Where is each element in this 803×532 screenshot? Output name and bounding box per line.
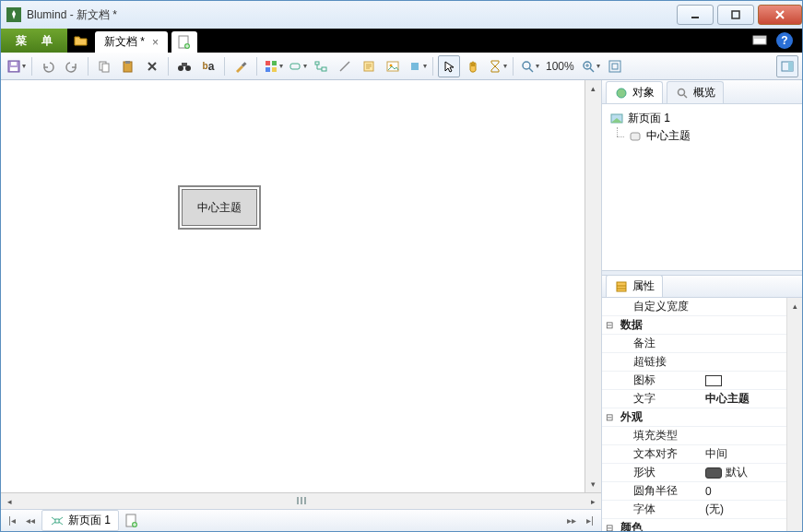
new-doc-icon (177, 35, 192, 50)
zoom-in-button[interactable]: ▾ (580, 55, 602, 77)
prop-fill-type[interactable]: 填充类型 (602, 427, 802, 445)
svg-rect-5 (753, 36, 766, 39)
tree-child[interactable]: 中心主题 (609, 127, 795, 145)
canvas[interactable]: 中心主题 (1, 80, 585, 492)
color-palette-button[interactable]: ▾ (262, 55, 284, 77)
close-button[interactable] (758, 5, 802, 25)
toolbar: ▾ ba ▾ ▾ ▾ ▾ ▾ 100% ▾ (1, 53, 802, 80)
close-tab-icon[interactable]: × (152, 36, 159, 49)
svg-rect-15 (182, 63, 187, 66)
app-icon (6, 7, 21, 22)
marker-icon (407, 59, 422, 74)
scroll-down-icon[interactable]: ▾ (585, 476, 601, 492)
tree-root[interactable]: 新页面 1 (609, 110, 795, 127)
hand-tool-button[interactable] (462, 55, 484, 77)
window: Blumind - 新文档 * 菜 单 新文档 * × ? ▾ (0, 0, 803, 532)
zoom-out-button[interactable]: ▾ (518, 55, 540, 77)
delete-icon (145, 59, 159, 74)
propgrid-scrollbar[interactable]: ▴ (786, 298, 802, 531)
folder-icon (74, 33, 89, 48)
zoom-level-label: 100% (542, 60, 578, 73)
canvas-vertical-scrollbar[interactable]: ▴ ▾ (585, 80, 601, 492)
prop-icon[interactable]: 图标 (602, 372, 802, 390)
paste-button[interactable] (117, 55, 139, 77)
prop-note[interactable]: 备注 (602, 335, 802, 353)
prop-corner-radius[interactable]: 圆角半径0 (602, 482, 802, 501)
last-page-button[interactable]: ▸| (583, 514, 597, 528)
main-area: 中心主题 ▴ ▾ ◂ ▸ |◂ ◂◂ 新页面 1 (1, 80, 802, 531)
add-topic-button[interactable]: ▾ (286, 55, 308, 77)
prop-text[interactable]: 文字中心主题 (602, 390, 802, 408)
prop-hyperlink[interactable]: 超链接 (602, 353, 802, 372)
panel-icon (780, 59, 795, 74)
prev-page-button[interactable]: ◂◂ (23, 514, 38, 528)
format-brush-button[interactable] (230, 55, 252, 77)
scroll-right-icon[interactable]: ▸ (585, 493, 601, 509)
property-tabs: 属性 (602, 276, 802, 298)
timer-button[interactable]: ▾ (486, 55, 508, 77)
central-topic-node[interactable]: 中心主题 (182, 189, 257, 226)
add-marker-button[interactable]: ▾ (406, 55, 428, 77)
svg-line-41 (59, 517, 63, 520)
prop-cat-data[interactable]: ⊟数据 (602, 316, 802, 335)
find-button[interactable] (173, 55, 195, 77)
canvas-horizontal-scrollbar[interactable]: ◂ ▸ (1, 492, 601, 509)
first-page-button[interactable]: |◂ (5, 514, 19, 528)
minimize-button[interactable] (677, 5, 714, 25)
redo-button[interactable] (61, 55, 83, 77)
side-panel: 对象 概览 新页面 1 中心主题 (601, 80, 802, 531)
scroll-up-icon[interactable]: ▴ (585, 80, 601, 97)
add-image-button[interactable] (382, 55, 404, 77)
svg-rect-8 (11, 62, 17, 65)
add-subtopic-button[interactable] (310, 55, 332, 77)
open-folder-button[interactable] (67, 29, 95, 53)
prop-cat-color[interactable]: ⊟颜色 (602, 519, 802, 531)
page-icon (609, 112, 624, 126)
main-menu-button[interactable]: 菜 单 (1, 29, 67, 53)
note-icon (361, 59, 376, 74)
help-icon[interactable]: ? (776, 32, 793, 49)
save-button[interactable]: ▾ (5, 55, 27, 77)
hand-icon (466, 59, 480, 74)
object-tree[interactable]: 新页面 1 中心主题 (602, 104, 802, 270)
svg-line-40 (52, 522, 55, 525)
svg-line-31 (590, 68, 594, 72)
select-tool-button[interactable] (438, 55, 460, 77)
delete-button[interactable] (141, 55, 163, 77)
copy-button[interactable] (93, 55, 115, 77)
fit-icon (608, 59, 622, 74)
add-link-button[interactable] (334, 55, 356, 77)
presentation-icon[interactable] (752, 33, 767, 48)
add-page-button[interactable] (123, 513, 141, 529)
page-tab[interactable]: 新页面 1 (41, 510, 119, 531)
side-tabs: 对象 概览 (602, 80, 802, 104)
page-tab-label: 新页面 1 (68, 513, 111, 528)
prop-shape[interactable]: 形状默认 (602, 464, 802, 482)
tab-overview[interactable]: 概览 (667, 81, 724, 103)
tab-objects[interactable]: 对象 (606, 81, 663, 103)
scroll-left-icon[interactable]: ◂ (1, 493, 18, 509)
prop-cat-appearance[interactable]: ⊟外观 (602, 408, 802, 427)
maximize-button[interactable] (717, 5, 754, 25)
next-page-button[interactable]: ▸▸ (564, 514, 579, 528)
svg-line-39 (52, 517, 55, 520)
svg-rect-17 (266, 61, 270, 65)
toggle-sidepanel-button[interactable] (776, 55, 798, 77)
topic-icon (288, 59, 302, 74)
svg-rect-7 (10, 67, 18, 71)
replace-button[interactable]: ba (197, 55, 219, 77)
window-title: Blumind - 新文档 * (27, 7, 117, 23)
properties-icon (614, 279, 629, 294)
new-document-tab-button[interactable] (171, 31, 197, 53)
tab-properties[interactable]: 属性 (606, 275, 663, 297)
add-note-button[interactable] (358, 55, 380, 77)
property-grid[interactable]: ▴ 自定义宽度 ⊟数据 备注 超链接 图标 文字中心主题 ⊟外观 填充类型 文本… (602, 298, 802, 531)
svg-point-46 (679, 89, 685, 95)
svg-rect-34 (609, 61, 620, 72)
undo-button[interactable] (37, 55, 59, 77)
document-tab[interactable]: 新文档 * × (95, 31, 168, 53)
fit-screen-button[interactable] (604, 55, 626, 77)
prop-font[interactable]: 字体(无) (602, 501, 802, 519)
prop-text-align[interactable]: 文本对齐中间 (602, 445, 802, 464)
prop-custom-width[interactable]: 自定义宽度 (602, 298, 802, 316)
